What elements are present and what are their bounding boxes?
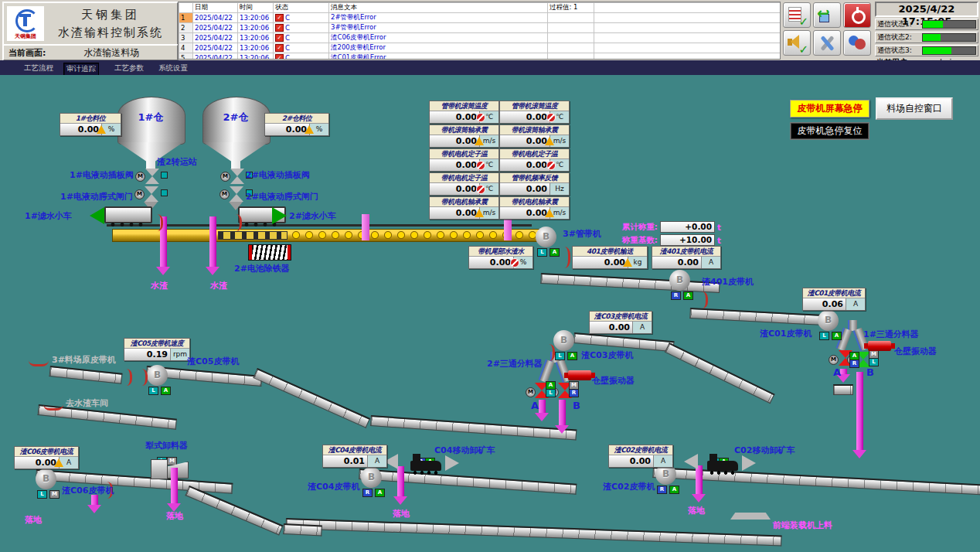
display-value: 0.00 [430, 159, 480, 171]
travel-limit-icon [445, 455, 459, 471]
alarm-row[interactable]: 52025/04/2213:20:06✓C渣C01皮带机Error [179, 53, 781, 60]
silo-cone [202, 142, 269, 169]
status-tag: A [669, 486, 679, 494]
main-canvas: 皮带机屏幕急停 料场自控窗口 皮带机急停复位 累计称重: +0.00 t 称重基… [0, 75, 980, 552]
tools-button[interactable] [813, 30, 841, 56]
status-tag: R [362, 489, 373, 497]
status-tag: R [671, 291, 681, 300]
alarm-date: 2025/04/22 [193, 23, 238, 33]
flow-arrow-down [91, 495, 98, 506]
alarm-message: 渣C01皮带机Error [329, 53, 548, 60]
display-value: 0.00 [652, 257, 702, 268]
auto-control-window-button[interactable]: 料场自控窗口 [876, 97, 953, 120]
alarm-circle-icon [476, 161, 485, 170]
company-logo: 天钢集团 [7, 6, 44, 41]
diagram-label: 犁式卸料器 [145, 440, 188, 451]
alarm-row[interactable]: 12025/04/2213:20:06✓C2#管带机Error [179, 13, 781, 23]
mobile-tripper-car [410, 461, 441, 471]
display-value: 0.00 [500, 111, 550, 123]
status-tag: A [375, 489, 385, 497]
value-display: 带机滚筒轴承震0.00m/s [499, 124, 570, 148]
alarm-circle-icon [510, 258, 519, 267]
flow-arrow-down [539, 400, 546, 414]
valve-icon [145, 169, 159, 184]
alarm-time: 13:20:06 [238, 23, 274, 33]
flow-arrow-down [696, 465, 703, 495]
value-display: 带机电机定子温0.00℃ [429, 148, 499, 172]
display-value: 0.01 [323, 455, 368, 467]
value-display: 渣C03皮带机电流0.00A [589, 311, 652, 334]
display-label: 渣C02皮带机电流 [609, 445, 672, 455]
value-display: 401皮带机输送0.00kg [572, 246, 648, 269]
nav-item-4[interactable]: 系统设置 [156, 63, 190, 74]
alarm-message: 3#管带机Error [329, 23, 548, 33]
weighing-block: 累计称重: +0.00 t 称重基数: +10.00 t [613, 221, 721, 247]
truck-rail [107, 224, 532, 227]
nav-bar: 工艺流程审计追踪工艺参数系统设置 [0, 60, 980, 75]
diagram-label: C02移动卸矿车 [734, 445, 795, 456]
value-display: 渣C06皮带机电流0.00A [14, 446, 79, 469]
diagram-label: 2#电池除铁器 [234, 263, 290, 274]
screen-estop-button[interactable]: 皮带机屏幕急停 [790, 100, 869, 118]
alarm-table[interactable]: 日期时间状态消息文本过程值: 112025/04/2213:20:06✓C2#管… [178, 2, 781, 60]
display-value: 0.00 [500, 159, 550, 171]
flow-arrow-down [559, 400, 566, 426]
vibrator-icon [568, 370, 591, 380]
users-button[interactable] [843, 30, 871, 56]
display-unit: A [846, 298, 865, 310]
silo-label: 1#仓 [117, 111, 184, 124]
status-tag: A [683, 291, 693, 300]
undo-button[interactable]: ↩ [813, 2, 841, 28]
flow-mark [151, 214, 163, 231]
display-unit: % [102, 124, 121, 135]
logo-gt-icon [15, 9, 39, 32]
diagram-label: 2#三通分料器 [487, 358, 543, 370]
alarm-message: 渣200皮带机Error [329, 43, 548, 53]
display-unit: ℃ [480, 159, 499, 171]
alarm-row[interactable]: 32025/04/2213:20:06✓C渣C06皮带机Error [179, 33, 781, 43]
total-weight-label: 累计称重: [613, 222, 658, 233]
power-off-button[interactable] [843, 2, 871, 28]
display-label: 带机滚筒轴承震 [430, 125, 499, 135]
alarm-row[interactable]: 22025/04/2213:20:06✓C3#管带机Error [179, 23, 781, 33]
display-label: 2#仓料位 [265, 114, 328, 124]
ack-alarm-button[interactable]: ✓ [783, 2, 811, 28]
flow-mark [559, 247, 570, 268]
display-value: 0.00 [430, 207, 480, 219]
alarm-status: ✓C [274, 33, 329, 43]
total-weight-value: +0.00 [660, 221, 715, 233]
display-value: 0.00 [500, 135, 550, 147]
flow-mark [696, 291, 708, 308]
alarm-row[interactable]: 42025/04/2213:20:06✓C渣200皮带机Error [179, 43, 781, 53]
sound-ack-button[interactable]: ✓ [783, 30, 811, 56]
status-tag: R [849, 359, 859, 368]
value-display: 带机滚筒轴承震0.00m/s [429, 124, 499, 148]
display-value: 0.00 [500, 207, 550, 219]
display-unit: A [654, 455, 672, 467]
conveyor-belt [49, 366, 123, 384]
comm-status-fill [923, 21, 943, 28]
nav-item-2[interactable]: 审计追踪 [63, 63, 99, 76]
conveyor-belt [286, 518, 782, 546]
undo-arrow-icon: ↩ [817, 4, 830, 22]
status-tag [161, 189, 168, 196]
alarm-row-number: 5 [179, 53, 193, 60]
comm-status-row: 通信状态2: [875, 32, 978, 43]
flow-arrow-down [856, 372, 863, 451]
diagram-label: 渣C01皮带机 [760, 328, 812, 339]
display-label: 带机滚筒轴承震 [500, 125, 569, 135]
travel-limit-icon [742, 455, 756, 471]
estop-reset-button[interactable]: 皮带机急停复位 [790, 122, 869, 140]
direction-arrow-icon [272, 207, 287, 224]
alarm-column-header: 日期 [193, 3, 238, 13]
alarm-date: 2025/04/22 [193, 43, 238, 53]
nav-item-1[interactable]: 工艺流程 [22, 63, 56, 74]
alarm-time: 13:20:06 [238, 13, 274, 23]
nav-item-3[interactable]: 工艺参数 [112, 63, 146, 74]
diagram-label: 落地 [393, 508, 410, 520]
silo-label: 2#仓 [202, 111, 269, 124]
current-screen-value: 水渣输送料场 [46, 46, 177, 60]
value-display: 渣C05皮带机速度0.19rpm [124, 338, 190, 361]
display-label: 带机电机定子温 [430, 149, 499, 159]
alarm-column-header: 过程值: 1 [548, 3, 594, 13]
